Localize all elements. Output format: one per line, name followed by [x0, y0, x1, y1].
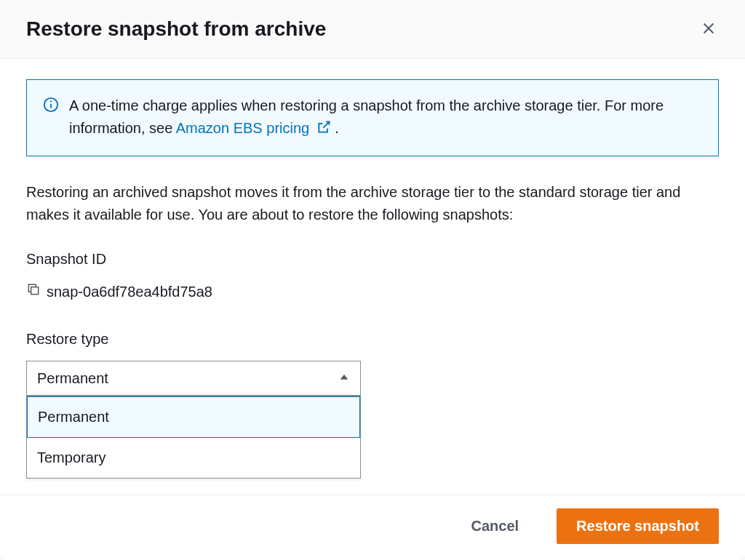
snapshot-section: Snapshot ID snap-0a6df78ea4bfd75a8 [26, 248, 719, 303]
restore-type-select-control[interactable]: Permanent [26, 361, 361, 396]
svg-rect-6 [31, 287, 39, 295]
alert-text: A one-time charge applies when restoring… [69, 95, 702, 141]
copy-icon [26, 281, 41, 303]
restore-snapshot-dialog: Restore snapshot from archive A one-time… [0, 0, 745, 560]
svg-point-4 [50, 100, 52, 102]
caret-up-icon [338, 367, 350, 390]
ebs-pricing-link[interactable]: Amazon EBS pricing [176, 120, 335, 136]
restore-type-section: Restore type Permanent Permanent Tempora… [26, 328, 719, 396]
dialog-footer: Cancel Restore snapshot [0, 495, 745, 560]
snapshot-id-label: Snapshot ID [26, 248, 719, 271]
dialog-body: A one-time charge applies when restoring… [0, 59, 745, 495]
restore-type-option-permanent[interactable]: Permanent [27, 396, 360, 438]
restore-snapshot-button[interactable]: Restore snapshot [557, 508, 719, 544]
close-button[interactable] [698, 19, 719, 39]
dialog-title: Restore snapshot from archive [26, 17, 326, 41]
snapshot-id-row: snap-0a6df78ea4bfd75a8 [26, 281, 719, 303]
alert-link-label: Amazon EBS pricing [176, 120, 309, 136]
svg-line-5 [323, 122, 329, 128]
alert-text-after: . [335, 120, 339, 136]
restore-type-option-temporary[interactable]: Temporary [27, 438, 360, 478]
dialog-header: Restore snapshot from archive [0, 0, 745, 59]
restore-type-selected-value: Permanent [37, 367, 108, 390]
restore-description: Restoring an archived snapshot moves it … [26, 181, 719, 226]
snapshot-id-value: snap-0a6df78ea4bfd75a8 [47, 281, 212, 303]
cancel-button[interactable]: Cancel [452, 509, 538, 543]
info-alert: A one-time charge applies when restoring… [26, 79, 719, 156]
restore-type-label: Restore type [26, 328, 719, 351]
alert-text-before: A one-time charge applies when restoring… [69, 97, 664, 136]
info-icon [43, 97, 59, 119]
external-link-icon [316, 119, 331, 141]
close-icon [701, 20, 717, 39]
restore-type-dropdown: Permanent Temporary [26, 396, 361, 479]
copy-button[interactable] [26, 281, 41, 303]
restore-type-select[interactable]: Permanent Permanent Temporary [26, 361, 361, 396]
